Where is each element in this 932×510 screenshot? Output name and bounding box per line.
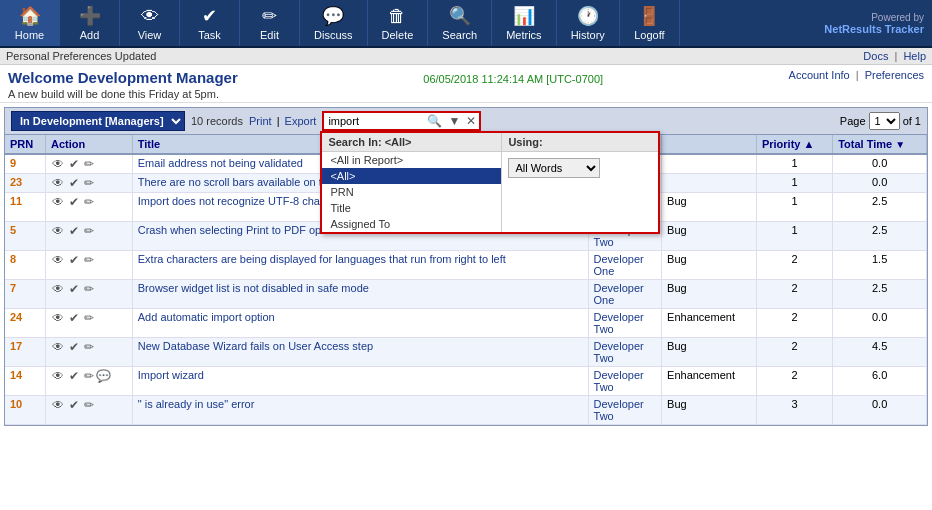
col-prn-link[interactable]: PRN [10,138,33,150]
prn-link[interactable]: 9 [10,157,16,169]
account-info-link[interactable]: Account Info [789,69,850,81]
edit-action-icon[interactable]: ✏ [84,224,94,238]
title-link[interactable]: New Database Wizard fails on User Access… [138,340,373,352]
view-action-icon[interactable]: 👁 [52,311,64,325]
assigned-link[interactable]: DeveloperTwo [594,340,644,364]
check-action-icon[interactable]: ✔ [69,311,79,325]
view-action-icon[interactable]: 👁 [52,253,64,267]
edit-action-icon[interactable]: ✏ [84,195,94,209]
search-option-assigned-to[interactable]: Assigned To [322,216,501,232]
title-link[interactable]: " is already in use" error [138,398,255,410]
title-link[interactable]: Browser widget list is not disabled in s… [138,282,369,294]
export-link[interactable]: Export [285,115,317,127]
using-select[interactable]: All Words Any Words Exact Phrase [508,158,600,178]
page-select[interactable]: 1 [869,112,900,130]
prn-cell[interactable]: 11 [5,193,46,222]
preferences-link[interactable]: Preferences [865,69,924,81]
search-option-prn[interactable]: PRN [322,184,501,200]
prn-cell[interactable]: 8 [5,251,46,280]
prn-cell[interactable]: 9 [5,154,46,174]
prn-cell[interactable]: 17 [5,338,46,367]
assigned-link[interactable]: DeveloperTwo [594,311,644,335]
product-link[interactable]: NetResults Tracker [824,23,924,35]
title-link[interactable]: Extra characters are being displayed for… [138,253,506,265]
filter-icon[interactable]: ▼ [895,139,905,150]
help-link[interactable]: Help [903,50,926,62]
search-option-all[interactable]: <All> [322,168,501,184]
edit-action-icon[interactable]: ✏ [84,398,94,412]
prn-cell[interactable]: 23 [5,174,46,193]
prn-link[interactable]: 5 [10,224,16,236]
title-link[interactable]: Email address not being validated [138,157,303,169]
discuss-action-icon[interactable]: 💬 [96,369,111,383]
search-clear-icon[interactable]: ✕ [463,113,479,129]
edit-action-icon[interactable]: ✏ [84,157,94,171]
prn-cell[interactable]: 24 [5,309,46,338]
view-select[interactable]: In Development [Managers] [11,111,185,131]
view-action-icon[interactable]: 👁 [52,195,64,209]
prn-cell[interactable]: 7 [5,280,46,309]
view-action-icon[interactable]: 👁 [52,157,64,171]
prn-link[interactable]: 23 [10,176,22,188]
check-action-icon[interactable]: ✔ [69,195,79,209]
prn-link[interactable]: 24 [10,311,22,323]
action-cell: 👁 ✔ ✏ [46,396,133,425]
search-dropdown-icon[interactable]: ▼ [445,113,463,129]
view-action-icon[interactable]: 👁 [52,282,64,296]
nav-history[interactable]: 🕐 History [557,0,620,46]
nav-task[interactable]: ✔ Task [180,0,240,46]
nav-metrics[interactable]: 📊 Metrics [492,0,556,46]
prn-link[interactable]: 10 [10,398,22,410]
edit-action-icon[interactable]: ✏ [84,176,94,190]
title-link[interactable]: Crash when selecting Print to PDF option [138,224,339,236]
nav-home[interactable]: 🏠 Home [0,0,60,46]
prn-link[interactable]: 14 [10,369,22,381]
check-action-icon[interactable]: ✔ [69,176,79,190]
nav-add[interactable]: ➕ Add [60,0,120,46]
prn-link[interactable]: 17 [10,340,22,352]
prn-cell[interactable]: 14 [5,367,46,396]
check-action-icon[interactable]: ✔ [69,369,79,383]
assigned-link[interactable]: DeveloperOne [594,253,644,277]
prn-cell[interactable]: 5 [5,222,46,251]
check-action-icon[interactable]: ✔ [69,282,79,296]
search-option-title[interactable]: Title [322,200,501,216]
prn-cell[interactable]: 10 [5,396,46,425]
search-input[interactable] [324,113,424,129]
search-submit-icon[interactable]: 🔍 [424,113,445,129]
edit-action-icon[interactable]: ✏ [84,340,94,354]
nav-edit[interactable]: ✏ Edit [240,0,300,46]
print-link[interactable]: Print [249,115,272,127]
nav-view[interactable]: 👁 View [120,0,180,46]
col-title-link[interactable]: Title [138,138,160,150]
nav-logoff[interactable]: 🚪 Logoff [620,0,680,46]
assigned-link[interactable]: DeveloperTwo [594,398,644,422]
view-action-icon[interactable]: 👁 [52,340,64,354]
search-option-all-in-report[interactable]: <All in Report> [322,152,501,168]
prn-link[interactable]: 8 [10,253,16,265]
title-link[interactable]: Add automatic import option [138,311,275,323]
check-action-icon[interactable]: ✔ [69,253,79,267]
prn-link[interactable]: 7 [10,282,16,294]
view-action-icon[interactable]: 👁 [52,224,64,238]
edit-action-icon[interactable]: ✏ [84,369,94,383]
nav-discuss[interactable]: 💬 Discuss [300,0,368,46]
assigned-link[interactable]: DeveloperOne [594,282,644,306]
col-priority-link[interactable]: Priority ▲ [762,138,814,150]
edit-action-icon[interactable]: ✏ [84,282,94,296]
check-action-icon[interactable]: ✔ [69,398,79,412]
view-action-icon[interactable]: 👁 [52,176,64,190]
prn-link[interactable]: 11 [10,195,22,207]
check-action-icon[interactable]: ✔ [69,224,79,238]
title-link[interactable]: Import wizard [138,369,204,381]
check-action-icon[interactable]: ✔ [69,340,79,354]
view-action-icon[interactable]: 👁 [52,369,64,383]
nav-search[interactable]: 🔍 Search [428,0,492,46]
check-action-icon[interactable]: ✔ [69,157,79,171]
view-action-icon[interactable]: 👁 [52,398,64,412]
edit-action-icon[interactable]: ✏ [84,253,94,267]
nav-delete[interactable]: 🗑 Delete [368,0,429,46]
docs-link[interactable]: Docs [863,50,888,62]
assigned-link[interactable]: DeveloperTwo [594,369,644,393]
edit-action-icon[interactable]: ✏ [84,311,94,325]
